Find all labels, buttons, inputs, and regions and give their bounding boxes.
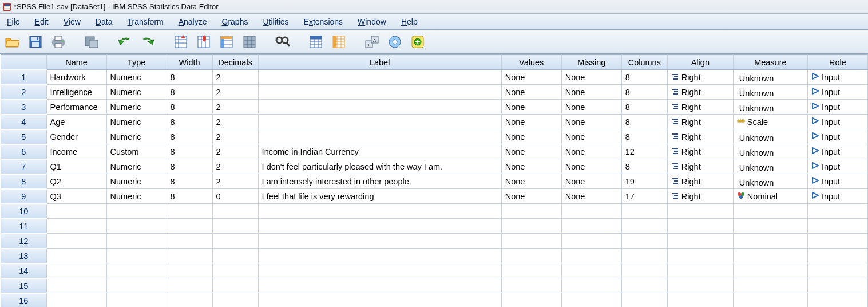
empty-cell[interactable] xyxy=(258,204,501,219)
cell-values[interactable]: None xyxy=(501,144,561,159)
cell-missing[interactable]: None xyxy=(561,115,621,129)
empty-cell[interactable] xyxy=(733,293,807,308)
empty-cell[interactable] xyxy=(46,278,106,293)
empty-cell[interactable] xyxy=(807,234,867,249)
empty-cell[interactable] xyxy=(46,249,106,263)
run-descriptives-icon[interactable] xyxy=(240,33,259,51)
empty-cell[interactable] xyxy=(621,219,667,234)
empty-cell[interactable] xyxy=(212,234,258,249)
cell-decimals[interactable]: 2 xyxy=(212,144,258,159)
empty-cell[interactable] xyxy=(106,204,167,219)
empty-cell[interactable] xyxy=(258,249,501,263)
empty-cell[interactable] xyxy=(807,249,867,263)
empty-cell[interactable] xyxy=(212,219,258,234)
empty-cell[interactable] xyxy=(167,263,212,278)
cell-name[interactable]: Age xyxy=(46,115,106,129)
empty-cell[interactable] xyxy=(212,278,258,293)
empty-cell[interactable] xyxy=(167,219,212,234)
empty-cell[interactable] xyxy=(667,234,733,249)
open-icon[interactable] xyxy=(3,33,22,51)
empty-cell[interactable] xyxy=(621,278,667,293)
cell-align[interactable]: Right xyxy=(667,85,733,100)
cell-name[interactable]: Q1 xyxy=(46,159,106,174)
menu-analyze[interactable]: Analyze xyxy=(175,16,211,27)
menu-data[interactable]: Data xyxy=(92,16,116,27)
empty-cell[interactable] xyxy=(733,249,807,263)
recall-dialog-icon[interactable] xyxy=(82,33,101,51)
row-number[interactable]: 10 xyxy=(1,204,46,219)
cell-align[interactable]: Right xyxy=(667,159,733,174)
cell-label[interactable] xyxy=(258,100,501,115)
cell-measure[interactable]: Nominal xyxy=(733,189,807,204)
row-number[interactable]: 8 xyxy=(1,174,46,189)
menu-graphs[interactable]: Graphs xyxy=(219,16,252,27)
row-number[interactable]: 3 xyxy=(1,100,46,115)
empty-cell[interactable] xyxy=(501,219,561,234)
cell-width[interactable]: 8 xyxy=(167,144,212,159)
cell-role[interactable]: Input xyxy=(807,174,867,189)
empty-cell[interactable] xyxy=(258,234,501,249)
row-number[interactable]: 16 xyxy=(1,293,46,308)
cell-values[interactable]: None xyxy=(501,129,561,144)
select-cases-icon[interactable] xyxy=(409,33,427,51)
col-type[interactable]: Type xyxy=(106,55,167,70)
empty-cell[interactable] xyxy=(733,204,807,219)
cell-align[interactable]: Right xyxy=(667,144,733,159)
empty-cell[interactable] xyxy=(258,219,501,234)
cell-width[interactable]: 8 xyxy=(167,129,212,144)
empty-cell[interactable] xyxy=(106,249,167,263)
empty-cell[interactable] xyxy=(106,263,167,278)
empty-cell[interactable] xyxy=(667,278,733,293)
split-file-icon[interactable]: 1A xyxy=(363,33,381,51)
empty-cell[interactable] xyxy=(167,249,212,263)
weight-cases-icon[interactable] xyxy=(386,33,404,51)
empty-cell[interactable] xyxy=(167,204,212,219)
cell-missing[interactable]: None xyxy=(561,189,621,204)
cell-type[interactable]: Numeric xyxy=(106,70,167,85)
cell-missing[interactable]: None xyxy=(561,100,621,115)
empty-cell[interactable] xyxy=(212,293,258,308)
cell-columns[interactable]: 8 xyxy=(621,100,667,115)
cell-measure[interactable]: Unknown xyxy=(733,159,807,174)
empty-cell[interactable] xyxy=(667,204,733,219)
cell-values[interactable]: None xyxy=(501,100,561,115)
cell-missing[interactable]: None xyxy=(561,70,621,85)
cell-label[interactable]: I feel that life is very rewarding xyxy=(258,189,501,204)
empty-cell[interactable] xyxy=(501,293,561,308)
empty-cell[interactable] xyxy=(667,263,733,278)
cell-decimals[interactable]: 2 xyxy=(212,115,258,129)
cell-width[interactable]: 8 xyxy=(167,115,212,129)
cell-decimals[interactable]: 2 xyxy=(212,159,258,174)
empty-cell[interactable] xyxy=(501,278,561,293)
empty-cell[interactable] xyxy=(212,204,258,219)
cell-missing[interactable]: None xyxy=(561,174,621,189)
cell-missing[interactable]: None xyxy=(561,129,621,144)
cell-role[interactable]: Input xyxy=(807,100,867,115)
print-icon[interactable] xyxy=(49,33,68,51)
col-decimals[interactable]: Decimals xyxy=(212,55,258,70)
cell-columns[interactable]: 8 xyxy=(621,115,667,129)
cell-measure[interactable]: Unknown xyxy=(733,85,807,100)
empty-cell[interactable] xyxy=(733,219,807,234)
empty-cell[interactable] xyxy=(561,219,621,234)
empty-cell[interactable] xyxy=(106,293,167,308)
empty-cell[interactable] xyxy=(807,204,867,219)
cell-type[interactable]: Custom xyxy=(106,144,167,159)
empty-cell[interactable] xyxy=(106,234,167,249)
empty-cell[interactable] xyxy=(167,278,212,293)
cell-decimals[interactable]: 2 xyxy=(212,174,258,189)
cell-measure[interactable]: Unknown xyxy=(733,70,807,85)
corner-cell[interactable] xyxy=(1,55,46,70)
cell-columns[interactable]: 8 xyxy=(621,70,667,85)
row-number[interactable]: 1 xyxy=(1,70,46,85)
cell-role[interactable]: Input xyxy=(807,129,867,144)
cell-label[interactable] xyxy=(258,129,501,144)
empty-cell[interactable] xyxy=(501,234,561,249)
cell-values[interactable]: None xyxy=(501,159,561,174)
cell-decimals[interactable]: 2 xyxy=(212,129,258,144)
cell-columns[interactable]: 17 xyxy=(621,189,667,204)
empty-cell[interactable] xyxy=(667,249,733,263)
cell-width[interactable]: 8 xyxy=(167,159,212,174)
empty-cell[interactable] xyxy=(258,293,501,308)
cell-role[interactable]: Input xyxy=(807,70,867,85)
